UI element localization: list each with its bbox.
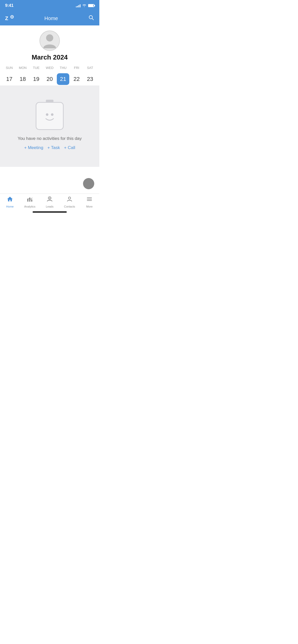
tab-contacts-label: Contacts (64, 205, 75, 208)
weekday-thu: THU (56, 65, 70, 71)
tab-home[interactable]: Home (0, 196, 20, 208)
tab-more-label: More (86, 205, 92, 208)
svg-point-6 (46, 34, 53, 41)
tab-analytics[interactable]: Analytics (20, 196, 40, 208)
battery-icon (88, 4, 94, 7)
svg-text:Z: Z (5, 16, 8, 21)
tab-contacts[interactable]: Contacts (60, 196, 79, 208)
calendar: SUN MON TUE WED THU FRI SAT 17 18 19 20 … (0, 65, 99, 85)
svg-rect-10 (29, 198, 30, 202)
month-title: March 2024 (32, 53, 68, 61)
leads-icon (46, 196, 53, 204)
more-icon (86, 196, 93, 204)
svg-rect-16 (87, 199, 92, 199)
svg-point-13 (49, 198, 50, 199)
weekday-mon: MON (16, 65, 30, 71)
avatar-section (39, 25, 60, 53)
svg-rect-15 (87, 198, 92, 198)
svg-point-8 (51, 113, 53, 116)
add-meeting-button[interactable]: + Meeting (24, 145, 43, 150)
status-icons (76, 4, 94, 8)
calendar-day-18[interactable]: 18 (16, 73, 30, 85)
weekday-tue: TUE (30, 65, 43, 71)
tab-leads-label: Leads (46, 205, 53, 208)
calendar-weekdays: SUN MON TUE WED THU FRI SAT (3, 65, 97, 71)
weekday-sat: SAT (83, 65, 97, 71)
svg-line-5 (92, 19, 93, 20)
add-call-button[interactable]: + Call (64, 145, 75, 150)
tab-home-label: Home (6, 205, 13, 208)
tab-more[interactable]: More (79, 196, 99, 208)
fab-button[interactable] (83, 178, 94, 189)
signal-icon (76, 4, 80, 7)
calendar-week: 17 18 19 20 21 22 23 (3, 73, 97, 85)
empty-state-icon (36, 102, 64, 130)
weekday-fri: FRI (70, 65, 83, 71)
empty-state-actions: + Meeting + Task + Call (24, 145, 75, 150)
svg-point-7 (46, 113, 48, 116)
avatar[interactable] (39, 31, 60, 51)
add-task-button[interactable]: + Task (47, 145, 60, 150)
svg-rect-17 (87, 200, 92, 201)
weekday-wed: WED (43, 65, 57, 71)
status-bar: 9:41 (0, 0, 99, 11)
nav-bar: Z Home (0, 11, 99, 25)
page-title: Home (44, 16, 58, 21)
status-time: 9:41 (5, 3, 13, 8)
calendar-day-19[interactable]: 19 (30, 73, 43, 85)
contacts-icon (66, 196, 73, 204)
analytics-icon (26, 196, 33, 204)
svg-rect-11 (31, 199, 32, 202)
svg-point-14 (69, 197, 71, 199)
app-logo: Z (5, 14, 14, 22)
tab-leads[interactable]: Leads (40, 196, 60, 208)
search-icon[interactable] (88, 14, 94, 22)
home-indicator (33, 211, 67, 213)
main-content: March 2024 SUN MON TUE WED THU FRI SAT 1… (0, 25, 99, 167)
tab-analytics-label: Analytics (24, 205, 35, 208)
empty-state: You have no activities for this day + Me… (0, 85, 99, 167)
wifi-icon (82, 4, 87, 8)
calendar-day-22[interactable]: 22 (70, 73, 83, 85)
calendar-day-23[interactable]: 23 (83, 73, 97, 85)
calendar-day-20[interactable]: 20 (43, 73, 57, 85)
empty-state-message: You have no activities for this day (18, 136, 82, 141)
weekday-sun: SUN (3, 65, 16, 71)
calendar-day-21-today[interactable]: 21 (57, 73, 69, 85)
home-icon (7, 196, 13, 204)
calendar-day-17[interactable]: 17 (3, 73, 16, 85)
